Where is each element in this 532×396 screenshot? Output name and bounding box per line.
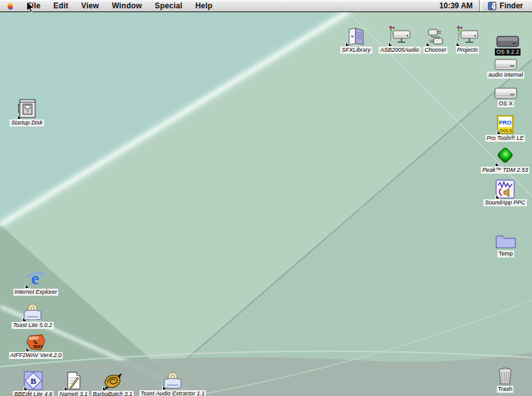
soundapp-icon: [496, 179, 515, 199]
desktop-icon-art: e: [25, 266, 47, 288]
desktop-icon-label: Startup Disk: [10, 119, 43, 126]
trash-icon: [497, 366, 513, 385]
desktop-icons-layer: SFXLibrary ASB2005Audio Chooser: [0, 11, 532, 396]
library-icon: [345, 27, 367, 46]
peak-diamond-icon: [495, 147, 515, 166]
internet-explorer-icon: e: [25, 268, 47, 288]
desktop-icon-label: SoundApp PPC: [483, 199, 526, 206]
menu-bar: File Edit View Window Special Help 10:39…: [0, 0, 532, 12]
desktop-icon-art: [495, 144, 515, 166]
desktop[interactable]: File Edit View Window Special Help 10:39…: [0, 0, 532, 396]
desktop-icon-art: [496, 176, 515, 199]
desktop-icon-art: [496, 26, 519, 48]
desktop-icon-art: [22, 299, 43, 321]
desktop-icon-art: PRO OOLS: [497, 112, 513, 134]
desktop-icon-peak-tdm[interactable]: Peak™ TDM 2.53: [470, 144, 532, 174]
menu-item-window[interactable]: Window: [106, 0, 148, 11]
svg-text:PRO: PRO: [499, 119, 512, 126]
finder-icon: [488, 2, 496, 10]
desktop-icon-art: AIFF WAV: [26, 329, 46, 351]
menu-clock[interactable]: 10:39 AM: [433, 0, 479, 11]
svg-text:WAV: WAV: [33, 344, 43, 349]
desktop-icon-label: Pro Tools® LE: [485, 135, 525, 142]
folder-icon: [495, 232, 517, 250]
svg-text:AIFF: AIFF: [29, 336, 39, 340]
desktop-icon-label: Internet Explorer: [13, 289, 59, 296]
apple-logo-icon: [6, 1, 15, 11]
menu-item-special[interactable]: Special: [148, 0, 189, 11]
desktop-icon-art: [162, 367, 183, 390]
svg-text:OOLS: OOLS: [499, 128, 512, 133]
desktop-icon-os-x[interactable]: OS X: [471, 77, 532, 107]
desktop-icon-toast-lite[interactable]: Toast Lite 5.0.2: [0, 299, 68, 329]
desktop-icon-pro-tools-le[interactable]: PRO OOLS Pro Tools® LE: [470, 112, 532, 142]
desktop-icon-startup-disk[interactable]: ? Startup Disk: [0, 96, 62, 126]
application-menu-label: Finder: [499, 0, 523, 11]
desktop-icon-soundapp-ppc[interactable]: SoundApp PPC: [470, 176, 532, 206]
startup-disk-icon: ?: [17, 98, 36, 119]
desktop-icon-art: [345, 24, 367, 46]
barbabatch-icon: [102, 372, 123, 390]
hard-disk-icon: [494, 57, 517, 71]
aiff2wav-icon: AIFF WAV: [26, 333, 46, 351]
desktop-icon-label: Toast Audio Extractor 1.1: [139, 390, 206, 396]
menu-item-help[interactable]: Help: [189, 0, 219, 11]
hard-disk-icon: [494, 86, 517, 100]
desktop-icon-label: Trash: [497, 386, 514, 393]
desktop-icon-art: [495, 227, 517, 250]
toast-icon: [22, 303, 43, 321]
desktop-icon-label: Temp: [497, 250, 514, 257]
desktop-icon-aiff2wav[interactable]: AIFF WAV AIFF2WAV Ver4.2.0: [1, 329, 71, 359]
apple-menu[interactable]: [0, 1, 20, 11]
svg-text:?: ?: [26, 109, 29, 114]
application-menu[interactable]: Finder: [481, 0, 532, 11]
svg-text:B: B: [31, 376, 36, 386]
desktop-icon-art: [494, 49, 517, 71]
desktop-icon-label: AIFF2WAV Ver4.2.0: [9, 352, 63, 359]
desktop-icon-label: Toast Lite 5.0.2: [12, 322, 53, 329]
desktop-icon-toast-audio-extractor[interactable]: Toast Audio Extractor 1.1: [137, 367, 208, 396]
desktop-icon-label: OS X: [497, 100, 514, 107]
menu-bar-right: 10:39 AM Finder: [433, 0, 532, 11]
toast-icon: [162, 372, 183, 390]
desktop-icon-audio-internal[interactable]: audio internal: [471, 49, 532, 79]
desktop-icon-art: [102, 368, 123, 390]
desktop-icon-art: [497, 363, 513, 385]
desktop-icon-label: BarbaBatch 3.1: [91, 391, 134, 396]
desktop-icon-art: ?: [17, 96, 36, 119]
desktop-icon-trash[interactable]: Trash: [470, 363, 532, 393]
mouse-cursor: [26, 1, 35, 14]
menu-item-view[interactable]: View: [75, 0, 106, 11]
desktop-icon-internet-explorer[interactable]: e Internet Explorer: [1, 266, 71, 296]
hard-disk-dark-icon: [496, 34, 519, 48]
svg-text:e: e: [31, 268, 39, 288]
desktop-icon-temp[interactable]: Temp: [471, 227, 532, 257]
menu-item-edit[interactable]: Edit: [47, 0, 74, 11]
desktop-icon-art: [494, 77, 517, 100]
desktop-icon-label: Peak™ TDM 2.53: [481, 167, 529, 174]
pro-tools-icon: PRO OOLS: [497, 115, 513, 134]
